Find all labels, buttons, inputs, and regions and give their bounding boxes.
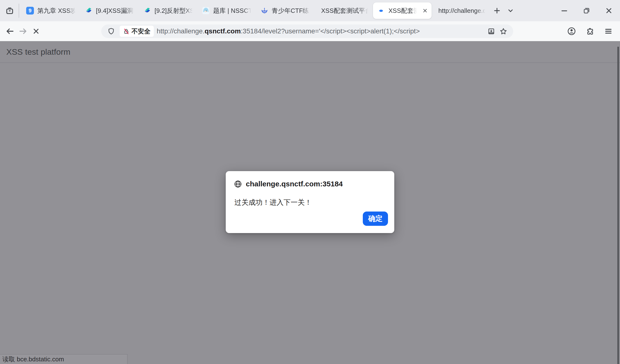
tab-title: 题库 | NSSCTF bbox=[213, 7, 252, 15]
browser-toolbar: 不安全 http://challenge.qsnctf.com:35184/le… bbox=[0, 21, 620, 41]
tab-title: 青少年CTF练习 bbox=[272, 7, 311, 15]
window-controls bbox=[553, 0, 620, 21]
tab-xss-reflected-9-2[interactable]: [9.2]反射型XSS bbox=[139, 0, 197, 21]
workspace-icon bbox=[5, 6, 14, 15]
tab-title: 第九章 XSS攻击 bbox=[37, 7, 77, 15]
star-icon bbox=[499, 27, 507, 35]
site-header: XSS test platform bbox=[0, 41, 620, 63]
page-title: XSS test platform bbox=[6, 47, 70, 57]
nine-badge-icon: 9 bbox=[26, 7, 34, 15]
minimize-button[interactable] bbox=[553, 0, 575, 21]
tab-title: [9.4]XSS漏洞实战 bbox=[96, 7, 135, 15]
alert-message: 过关成功！进入下一关！ bbox=[226, 188, 394, 207]
minimize-icon bbox=[560, 7, 568, 15]
stop-loading-button[interactable] bbox=[30, 24, 43, 38]
tab-chapter9-xss[interactable]: 9 第九章 XSS攻击 bbox=[21, 0, 80, 21]
new-tab-button[interactable] bbox=[490, 3, 504, 18]
new-tab-icon bbox=[493, 7, 501, 15]
settings-menu-button[interactable] bbox=[602, 25, 615, 38]
tracking-prevention-button[interactable] bbox=[105, 25, 117, 37]
tab-list-button[interactable] bbox=[504, 3, 517, 18]
tab-title: [9.2]反射型XSS bbox=[155, 7, 194, 15]
back-icon bbox=[5, 27, 15, 36]
back-button[interactable] bbox=[3, 24, 16, 38]
shield-icon bbox=[107, 27, 115, 35]
stop-icon bbox=[32, 27, 40, 36]
tab-separator bbox=[19, 4, 19, 18]
browser-window: 9 第九章 XSS攻击 [9.4]XSS漏洞实战 [9.2]反射型XSS bbox=[0, 0, 620, 364]
url-prefix: http://challenge. bbox=[157, 27, 205, 35]
close-icon bbox=[605, 7, 613, 15]
web-content: XSS test platform challenge.qsnctf.com:3… bbox=[0, 41, 620, 364]
security-label: 不安全 bbox=[132, 27, 150, 36]
profile-button[interactable] bbox=[565, 25, 578, 38]
scrollbar-thumb[interactable] bbox=[617, 47, 619, 364]
address-bar[interactable]: 不安全 http://challenge.qsnctf.com:35184/le… bbox=[101, 24, 513, 38]
url-text: http://challenge.qsnctf.com:35184/level2… bbox=[157, 27, 485, 35]
tab-nssctf[interactable]: 题库 | NSSCTF bbox=[197, 0, 256, 21]
restore-icon bbox=[582, 7, 591, 15]
tab-title: XSS配套测试平台 bbox=[321, 7, 370, 15]
url-suffix: :35184/level2?username='</script><script… bbox=[241, 27, 420, 35]
swift-bird-icon bbox=[85, 7, 93, 15]
globe-icon bbox=[234, 180, 242, 188]
extensions-icon bbox=[586, 27, 594, 36]
loading-dot-icon bbox=[379, 10, 383, 12]
menu-icon bbox=[604, 27, 613, 36]
swift-bird-icon bbox=[143, 7, 151, 15]
tab-list-chevron-icon bbox=[507, 7, 514, 15]
tab-qsnctf-practice[interactable]: 青少年CTF练习 bbox=[256, 0, 314, 21]
lock-slash-icon bbox=[123, 28, 130, 35]
save-page-button[interactable] bbox=[485, 25, 497, 37]
profile-icon bbox=[567, 27, 576, 36]
tab-xss-test-platform-active[interactable]: XSS配套测试 bbox=[373, 2, 432, 19]
tab-challenge-url[interactable]: http://challenge.q bbox=[432, 0, 490, 21]
emblem-icon bbox=[261, 7, 268, 15]
close-window-button[interactable] bbox=[598, 0, 620, 21]
tab-title: XSS配套测试 bbox=[388, 7, 418, 15]
tab-strip: 9 第九章 XSS攻击 [9.4]XSS漏洞实战 [9.2]反射型XSS bbox=[0, 0, 620, 21]
site-security-chip[interactable]: 不安全 bbox=[120, 26, 154, 37]
tab-close-button[interactable] bbox=[421, 7, 429, 15]
url-domain: qsnctf.com bbox=[205, 27, 241, 35]
avatar-icon bbox=[202, 7, 210, 15]
forward-icon bbox=[18, 27, 28, 36]
status-bubble: 读取 bce.bdstatic.com bbox=[0, 354, 128, 364]
alert-dialog-header: challenge.qsnctf.com:35184 bbox=[226, 171, 394, 188]
favorites-button[interactable] bbox=[497, 25, 509, 37]
save-page-icon bbox=[487, 27, 495, 35]
alert-origin: challenge.qsnctf.com:35184 bbox=[246, 180, 343, 188]
workspace-button[interactable] bbox=[3, 3, 16, 18]
tab-xss-test-platform[interactable]: XSS配套测试平台 bbox=[314, 0, 373, 21]
alert-ok-button[interactable]: 确定 bbox=[363, 212, 388, 226]
close-icon bbox=[422, 8, 428, 14]
forward-button[interactable] bbox=[16, 24, 30, 38]
restore-button[interactable] bbox=[575, 0, 598, 21]
toolbar-right-group bbox=[565, 25, 615, 38]
extensions-button[interactable] bbox=[584, 25, 596, 38]
tab-xss-lab-9-4[interactable]: [9.4]XSS漏洞实战 bbox=[80, 0, 139, 21]
alert-dialog: challenge.qsnctf.com:35184 过关成功！进入下一关！ 确… bbox=[226, 171, 394, 233]
tab-title: http://challenge.q bbox=[438, 7, 487, 15]
